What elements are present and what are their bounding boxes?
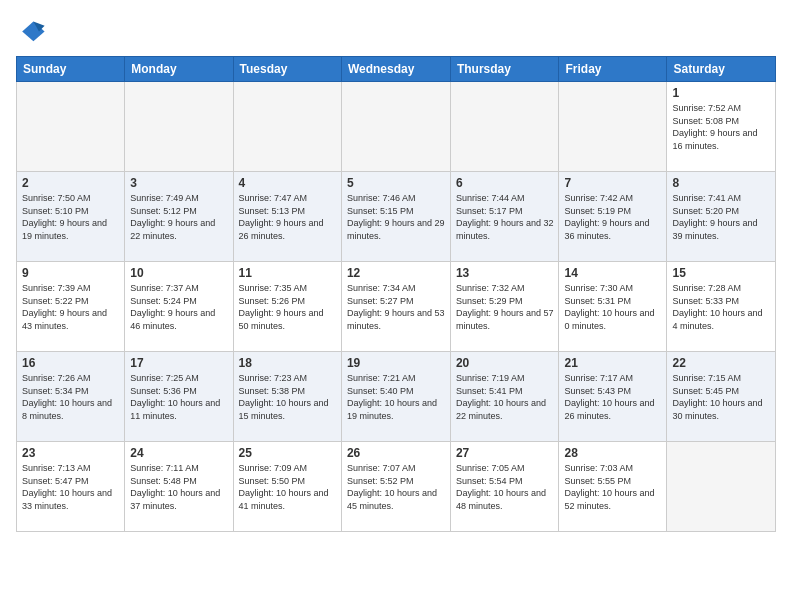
day-number: 17 (130, 356, 227, 370)
calendar-cell: 24Sunrise: 7:11 AM Sunset: 5:48 PM Dayli… (125, 442, 233, 532)
calendar-cell (559, 82, 667, 172)
day-info: Sunrise: 7:50 AM Sunset: 5:10 PM Dayligh… (22, 192, 119, 242)
day-number: 16 (22, 356, 119, 370)
calendar-cell: 3Sunrise: 7:49 AM Sunset: 5:12 PM Daylig… (125, 172, 233, 262)
weekday-header-row: SundayMondayTuesdayWednesdayThursdayFrid… (17, 57, 776, 82)
day-number: 20 (456, 356, 554, 370)
calendar-cell: 27Sunrise: 7:05 AM Sunset: 5:54 PM Dayli… (450, 442, 559, 532)
calendar-cell: 23Sunrise: 7:13 AM Sunset: 5:47 PM Dayli… (17, 442, 125, 532)
day-info: Sunrise: 7:21 AM Sunset: 5:40 PM Dayligh… (347, 372, 445, 422)
day-info: Sunrise: 7:28 AM Sunset: 5:33 PM Dayligh… (672, 282, 770, 332)
day-number: 6 (456, 176, 554, 190)
day-number: 10 (130, 266, 227, 280)
day-info: Sunrise: 7:15 AM Sunset: 5:45 PM Dayligh… (672, 372, 770, 422)
day-info: Sunrise: 7:11 AM Sunset: 5:48 PM Dayligh… (130, 462, 227, 512)
day-number: 7 (564, 176, 661, 190)
calendar-week-row: 23Sunrise: 7:13 AM Sunset: 5:47 PM Dayli… (17, 442, 776, 532)
calendar-cell: 14Sunrise: 7:30 AM Sunset: 5:31 PM Dayli… (559, 262, 667, 352)
calendar-cell: 20Sunrise: 7:19 AM Sunset: 5:41 PM Dayli… (450, 352, 559, 442)
day-number: 25 (239, 446, 336, 460)
calendar-cell: 18Sunrise: 7:23 AM Sunset: 5:38 PM Dayli… (233, 352, 341, 442)
day-info: Sunrise: 7:37 AM Sunset: 5:24 PM Dayligh… (130, 282, 227, 332)
calendar-cell (233, 82, 341, 172)
day-info: Sunrise: 7:46 AM Sunset: 5:15 PM Dayligh… (347, 192, 445, 242)
weekday-header: Sunday (17, 57, 125, 82)
logo-icon (18, 16, 46, 44)
calendar-cell: 16Sunrise: 7:26 AM Sunset: 5:34 PM Dayli… (17, 352, 125, 442)
calendar-cell: 9Sunrise: 7:39 AM Sunset: 5:22 PM Daylig… (17, 262, 125, 352)
day-info: Sunrise: 7:19 AM Sunset: 5:41 PM Dayligh… (456, 372, 554, 422)
day-info: Sunrise: 7:52 AM Sunset: 5:08 PM Dayligh… (672, 102, 770, 152)
weekday-header: Thursday (450, 57, 559, 82)
day-info: Sunrise: 7:39 AM Sunset: 5:22 PM Dayligh… (22, 282, 119, 332)
calendar-cell: 13Sunrise: 7:32 AM Sunset: 5:29 PM Dayli… (450, 262, 559, 352)
day-info: Sunrise: 7:23 AM Sunset: 5:38 PM Dayligh… (239, 372, 336, 422)
calendar-cell: 22Sunrise: 7:15 AM Sunset: 5:45 PM Dayli… (667, 352, 776, 442)
calendar-cell (341, 82, 450, 172)
calendar-cell (667, 442, 776, 532)
day-info: Sunrise: 7:13 AM Sunset: 5:47 PM Dayligh… (22, 462, 119, 512)
day-number: 27 (456, 446, 554, 460)
weekday-header: Wednesday (341, 57, 450, 82)
calendar-cell: 15Sunrise: 7:28 AM Sunset: 5:33 PM Dayli… (667, 262, 776, 352)
calendar-week-row: 9Sunrise: 7:39 AM Sunset: 5:22 PM Daylig… (17, 262, 776, 352)
calendar-cell: 21Sunrise: 7:17 AM Sunset: 5:43 PM Dayli… (559, 352, 667, 442)
day-info: Sunrise: 7:03 AM Sunset: 5:55 PM Dayligh… (564, 462, 661, 512)
calendar-cell: 17Sunrise: 7:25 AM Sunset: 5:36 PM Dayli… (125, 352, 233, 442)
day-number: 23 (22, 446, 119, 460)
calendar-cell: 4Sunrise: 7:47 AM Sunset: 5:13 PM Daylig… (233, 172, 341, 262)
weekday-header: Tuesday (233, 57, 341, 82)
calendar-cell: 19Sunrise: 7:21 AM Sunset: 5:40 PM Dayli… (341, 352, 450, 442)
calendar-week-row: 2Sunrise: 7:50 AM Sunset: 5:10 PM Daylig… (17, 172, 776, 262)
day-number: 18 (239, 356, 336, 370)
day-number: 2 (22, 176, 119, 190)
page-header (16, 16, 776, 48)
calendar-cell: 1Sunrise: 7:52 AM Sunset: 5:08 PM Daylig… (667, 82, 776, 172)
day-number: 14 (564, 266, 661, 280)
day-number: 19 (347, 356, 445, 370)
day-info: Sunrise: 7:35 AM Sunset: 5:26 PM Dayligh… (239, 282, 336, 332)
day-info: Sunrise: 7:44 AM Sunset: 5:17 PM Dayligh… (456, 192, 554, 242)
calendar-cell: 10Sunrise: 7:37 AM Sunset: 5:24 PM Dayli… (125, 262, 233, 352)
day-info: Sunrise: 7:30 AM Sunset: 5:31 PM Dayligh… (564, 282, 661, 332)
calendar-cell: 26Sunrise: 7:07 AM Sunset: 5:52 PM Dayli… (341, 442, 450, 532)
day-number: 24 (130, 446, 227, 460)
calendar-week-row: 1Sunrise: 7:52 AM Sunset: 5:08 PM Daylig… (17, 82, 776, 172)
calendar-week-row: 16Sunrise: 7:26 AM Sunset: 5:34 PM Dayli… (17, 352, 776, 442)
day-number: 15 (672, 266, 770, 280)
day-info: Sunrise: 7:07 AM Sunset: 5:52 PM Dayligh… (347, 462, 445, 512)
calendar-cell: 7Sunrise: 7:42 AM Sunset: 5:19 PM Daylig… (559, 172, 667, 262)
day-info: Sunrise: 7:25 AM Sunset: 5:36 PM Dayligh… (130, 372, 227, 422)
calendar-cell (450, 82, 559, 172)
day-number: 13 (456, 266, 554, 280)
day-number: 26 (347, 446, 445, 460)
day-info: Sunrise: 7:41 AM Sunset: 5:20 PM Dayligh… (672, 192, 770, 242)
day-info: Sunrise: 7:17 AM Sunset: 5:43 PM Dayligh… (564, 372, 661, 422)
day-info: Sunrise: 7:26 AM Sunset: 5:34 PM Dayligh… (22, 372, 119, 422)
calendar-cell: 25Sunrise: 7:09 AM Sunset: 5:50 PM Dayli… (233, 442, 341, 532)
day-number: 22 (672, 356, 770, 370)
day-info: Sunrise: 7:42 AM Sunset: 5:19 PM Dayligh… (564, 192, 661, 242)
day-number: 5 (347, 176, 445, 190)
day-number: 11 (239, 266, 336, 280)
day-number: 8 (672, 176, 770, 190)
day-info: Sunrise: 7:34 AM Sunset: 5:27 PM Dayligh… (347, 282, 445, 332)
day-number: 3 (130, 176, 227, 190)
day-number: 1 (672, 86, 770, 100)
calendar-cell: 6Sunrise: 7:44 AM Sunset: 5:17 PM Daylig… (450, 172, 559, 262)
weekday-header: Saturday (667, 57, 776, 82)
calendar-cell: 12Sunrise: 7:34 AM Sunset: 5:27 PM Dayli… (341, 262, 450, 352)
logo (16, 16, 46, 48)
calendar-cell (125, 82, 233, 172)
calendar-cell: 8Sunrise: 7:41 AM Sunset: 5:20 PM Daylig… (667, 172, 776, 262)
calendar-cell (17, 82, 125, 172)
calendar-cell: 28Sunrise: 7:03 AM Sunset: 5:55 PM Dayli… (559, 442, 667, 532)
day-number: 28 (564, 446, 661, 460)
day-number: 4 (239, 176, 336, 190)
day-info: Sunrise: 7:09 AM Sunset: 5:50 PM Dayligh… (239, 462, 336, 512)
calendar-cell: 5Sunrise: 7:46 AM Sunset: 5:15 PM Daylig… (341, 172, 450, 262)
day-info: Sunrise: 7:05 AM Sunset: 5:54 PM Dayligh… (456, 462, 554, 512)
day-number: 9 (22, 266, 119, 280)
calendar: SundayMondayTuesdayWednesdayThursdayFrid… (16, 56, 776, 532)
day-number: 12 (347, 266, 445, 280)
